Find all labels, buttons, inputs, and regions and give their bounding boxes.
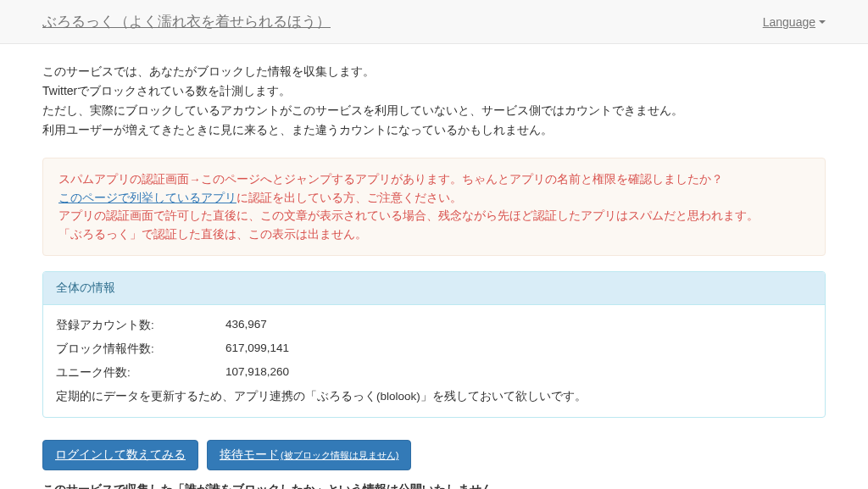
warning-line: このページで列挙しているアプリに認証を出している方、ご注意ください。 xyxy=(58,189,810,208)
language-label: Language xyxy=(763,15,815,29)
stats-panel-body: 登録アカウント数: 436,967 ブロック情報件数: 617,099,141 … xyxy=(43,305,825,417)
action-buttons: ログインして数えてみる 接待モード(被ブロック情報は見ません) xyxy=(42,440,826,470)
header: ぶろるっく（よく濡れ衣を着せられるほう） Language xyxy=(0,0,868,44)
stats-value: 617,099,141 xyxy=(225,342,289,357)
stats-label: 登録アカウント数: xyxy=(56,318,225,333)
intro-line: ただし、実際にブロックしているアカウントがこのサービスを利用していないと、サービ… xyxy=(42,102,826,119)
disclaimer-text: このサービスで収集した「誰が誰をブロックしたか」という情報は公開いたしません。 xyxy=(42,481,826,489)
warning-apps-link[interactable]: このページで列挙しているアプリ xyxy=(58,192,236,204)
warning-line2-post: に認証を出している方、ご注意ください。 xyxy=(236,192,462,204)
stats-panel: 全体の情報 登録アカウント数: 436,967 ブロック情報件数: 617,09… xyxy=(42,271,826,418)
stats-label: ブロック情報件数: xyxy=(56,342,225,357)
stats-row: 登録アカウント数: 436,967 xyxy=(56,318,812,333)
chevron-down-icon xyxy=(819,20,826,24)
intro-line: このサービスでは、あなたがブロックした情報を収集します。 xyxy=(42,63,826,81)
intro-text: このサービスでは、あなたがブロックした情報を収集します。 Twitterでブロッ… xyxy=(42,63,826,139)
login-count-button[interactable]: ログインして数えてみる xyxy=(42,440,198,470)
host-mode-button[interactable]: 接待モード(被ブロック情報は見ません) xyxy=(207,440,411,470)
intro-line: Twitterでブロックされている数を計測します。 xyxy=(42,82,826,100)
stats-value: 107,918,260 xyxy=(225,365,289,381)
warning-line: 「ぶろるっく」で認証した直後は、この表示は出ません。 xyxy=(58,225,810,244)
intro-line: 利用ユーザーが増えてきたときに見に来ると、また違うカウントになっているかもしれま… xyxy=(42,121,826,139)
main-container: このサービスでは、あなたがブロックした情報を収集します。 Twitterでブロッ… xyxy=(0,44,868,489)
warning-line: スパムアプリの認証画面→このページへとジャンプするアプリがあります。ちゃんとアプ… xyxy=(58,170,810,189)
stats-row: ユニーク件数: 107,918,260 xyxy=(56,365,812,381)
spam-warning-alert: スパムアプリの認証画面→このページへとジャンプするアプリがあります。ちゃんとアプ… xyxy=(42,158,826,256)
host-mode-label: 接待モード xyxy=(220,447,279,463)
stats-label: ユニーク件数: xyxy=(56,365,225,381)
stats-panel-title: 全体の情報 xyxy=(43,272,825,305)
brand-link[interactable]: ぶろるっく（よく濡れ衣を着せられるほう） xyxy=(42,12,331,31)
language-dropdown[interactable]: Language xyxy=(763,15,826,29)
stats-note: 定期的にデータを更新するため、アプリ連携の「ぶろるっく(blolook)」を残し… xyxy=(56,389,812,404)
host-mode-sublabel: (被ブロック情報は見ません) xyxy=(281,449,398,462)
warning-line: アプリの認証画面で許可した直後に、この文章が表示されている場合、残念ながら先ほど… xyxy=(58,207,810,225)
footer: このサービスで収集した「誰が誰をブロックしたか」という情報は公開いたしません。 … xyxy=(42,481,826,489)
stats-row: ブロック情報件数: 617,099,141 xyxy=(56,342,812,357)
stats-value: 436,967 xyxy=(225,318,267,333)
